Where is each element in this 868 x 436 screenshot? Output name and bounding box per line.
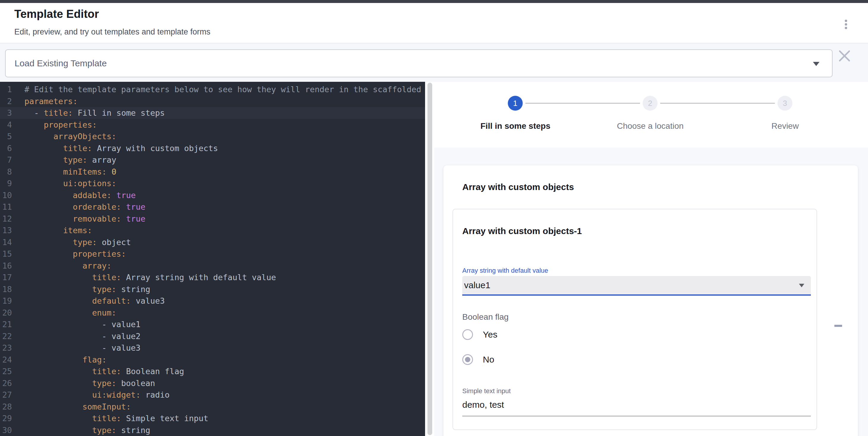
code-line[interactable]: 19 default: value3 (0, 295, 425, 307)
code-line[interactable]: 11 orderable: true (0, 201, 425, 213)
array-item-card: Array with custom objects-1 Array string… (453, 209, 817, 430)
code-text: title: Simple text input (24, 414, 208, 423)
code-line[interactable]: 6 title: Array with custom objects (0, 142, 425, 154)
page-title: Template Editor (14, 8, 99, 21)
code-text: - title: Fill in some steps (24, 108, 165, 118)
radio-group-label: Boolean flag (462, 312, 509, 322)
remove-item-button[interactable] (831, 318, 845, 333)
step-circle-3[interactable]: 3 (777, 96, 793, 111)
yaml-code-editor[interactable]: 1# Edit the template parameters below to… (0, 82, 425, 436)
code-line[interactable]: 9 ui:options: (0, 177, 425, 190)
code-text: minItems: 0 (24, 167, 116, 176)
code-text: type: object (24, 238, 131, 247)
close-icon (838, 49, 851, 63)
line-number: 21 (0, 318, 12, 330)
select-field-label: Array string with default value (462, 267, 548, 274)
load-existing-template-select[interactable]: Load Existing Template (5, 49, 833, 77)
code-line[interactable]: 16 array: (0, 260, 425, 272)
code-line[interactable]: 29 title: Simple text input (0, 412, 425, 425)
code-line[interactable]: 1# Edit the template parameters below to… (0, 83, 425, 96)
array-string-select[interactable]: value1 (462, 276, 811, 296)
text-field-input[interactable]: demo, test (462, 400, 504, 410)
template-editor-screen: Template Editor Edit, preview, and try o… (0, 0, 868, 436)
dropdown-caret-icon (813, 62, 819, 66)
code-line[interactable]: 10 addable: true (0, 190, 425, 201)
line-number: 13 (0, 225, 12, 236)
code-line[interactable]: 30 type: string (0, 425, 425, 436)
code-text: - value2 (24, 332, 141, 341)
step-circle-2[interactable]: 2 (643, 96, 657, 111)
code-text: title: Array string with default value (24, 273, 276, 282)
code-line[interactable]: 4 properties: (0, 119, 425, 131)
select-value: value1 (464, 280, 490, 290)
line-number: 28 (0, 401, 12, 413)
step-connector (660, 103, 775, 103)
line-number: 23 (0, 342, 12, 354)
code-text: type: string (24, 426, 150, 435)
code-text: ui:widget: radio (24, 390, 170, 399)
code-text: type: boolean (24, 379, 155, 388)
line-number: 25 (0, 366, 12, 377)
text-field-underline (462, 416, 811, 416)
kebab-icon (845, 23, 847, 26)
step-connector (525, 103, 640, 103)
clear-template-button[interactable] (836, 47, 853, 64)
load-template-placeholder: Load Existing Template (14, 58, 107, 68)
editor-scrollbar (425, 82, 434, 436)
line-number: 19 (0, 295, 12, 307)
line-number: 30 (0, 425, 12, 436)
line-number: 20 (0, 307, 12, 319)
code-text: addable: true (24, 191, 136, 200)
radio-option-no[interactable]: No (462, 354, 494, 365)
radio-unselected-icon (462, 329, 473, 340)
code-line[interactable]: 26 type: boolean (0, 377, 425, 389)
code-line[interactable]: 28 someInput: (0, 401, 425, 413)
page-header: Template Editor Edit, preview, and try o… (0, 3, 868, 43)
step-form-card: Array with custom objects Array with cus… (443, 165, 858, 436)
radio-option-yes[interactable]: Yes (462, 329, 497, 340)
code-line[interactable]: 23 - value3 (0, 342, 425, 354)
line-number: 29 (0, 412, 12, 425)
line-number: 3 (0, 107, 12, 119)
code-line[interactable]: 14 type: object (0, 236, 425, 248)
code-line[interactable]: 25 title: Boolean flag (0, 366, 425, 377)
stepper: 1Fill in some steps2Choose a location3Re… (434, 82, 868, 147)
code-line[interactable]: 5 arrayObjects: (0, 131, 425, 142)
line-number: 15 (0, 248, 12, 260)
code-line[interactable]: 20 enum: (0, 307, 425, 319)
code-line[interactable]: 3 - title: Fill in some steps (0, 107, 425, 119)
select-caret-icon (799, 284, 804, 287)
code-line[interactable]: 22 - value2 (0, 330, 425, 342)
form-preview-panel: 1Fill in some steps2Choose a location3Re… (434, 82, 868, 436)
step-label-3: Review (718, 121, 852, 131)
code-text: default: value3 (24, 296, 165, 305)
code-text: someInput: (24, 402, 131, 411)
code-line[interactable]: 8 minItems: 0 (0, 166, 425, 178)
code-line[interactable]: 18 type: string (0, 283, 425, 295)
line-number: 7 (0, 154, 12, 166)
code-line[interactable]: 24 flag: (0, 354, 425, 366)
scrollbar-thumb[interactable] (428, 83, 432, 435)
code-text: ui:options: (24, 179, 116, 188)
code-text: flag: (24, 355, 106, 364)
code-line[interactable]: 27 ui:widget: radio (0, 389, 425, 401)
kebab-icon (845, 20, 847, 22)
code-text: orderable: true (24, 202, 145, 211)
step-circle-1[interactable]: 1 (508, 96, 523, 111)
line-number: 9 (0, 177, 12, 190)
radio-dot (465, 357, 470, 362)
code-line[interactable]: 15 properties: (0, 248, 425, 260)
code-line[interactable]: 7 type: array (0, 154, 425, 166)
array-item-title: Array with custom objects-1 (462, 226, 582, 236)
form-section-title: Array with custom objects (462, 182, 574, 192)
more-options-button[interactable] (840, 17, 852, 32)
code-line[interactable]: 12 removable: true (0, 213, 425, 225)
window-top-bar (0, 0, 868, 3)
line-number: 4 (0, 119, 12, 131)
line-number: 6 (0, 142, 12, 154)
code-line[interactable]: 13 items: (0, 225, 425, 236)
code-line[interactable]: 17 title: Array string with default valu… (0, 272, 425, 283)
code-line[interactable]: 2parameters: (0, 96, 425, 107)
code-line[interactable]: 21 - value1 (0, 318, 425, 330)
line-number: 2 (0, 96, 12, 107)
